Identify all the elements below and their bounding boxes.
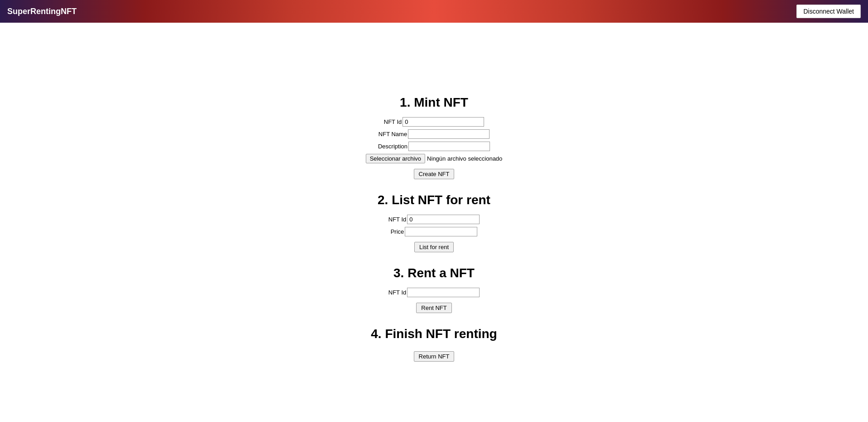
list-nft-title: 2. List NFT for rent — [378, 193, 490, 207]
mint-description-group: Description — [298, 142, 570, 151]
mint-file-group: Seleccionar archivo Ningún archivo selec… — [298, 154, 570, 163]
mint-nft-section: 1. Mint NFT NFT Id NFT Name Description … — [298, 95, 570, 179]
file-select-button[interactable]: Seleccionar archivo — [366, 154, 425, 163]
list-nft-id-input[interactable] — [407, 215, 480, 224]
list-nft-id-label: NFT Id — [388, 216, 407, 223]
mint-nft-name-input[interactable] — [408, 129, 490, 139]
rent-nft-title: 3. Rent a NFT — [393, 266, 475, 280]
list-nft-section: 2. List NFT for rent NFT Id Price List f… — [298, 193, 570, 252]
disconnect-wallet-button[interactable]: Disconnect Wallet — [796, 5, 861, 18]
mint-nft-name-group: NFT Name — [298, 129, 570, 139]
mint-description-label: Description — [378, 143, 407, 150]
list-nft-id-group: NFT Id — [298, 215, 570, 224]
rent-nft-section: 3. Rent a NFT NFT Id Rent NFT — [298, 266, 570, 313]
file-no-selected-text: Ningún archivo seleccionado — [427, 155, 502, 162]
mint-button-row: Create NFT — [298, 167, 570, 179]
main-content: 1. Mint NFT NFT Id NFT Name Description … — [0, 23, 868, 375]
list-button-row: List for rent — [298, 240, 570, 252]
list-price-label: Price — [391, 228, 404, 235]
mint-nft-title: 1. Mint NFT — [400, 95, 468, 110]
list-for-rent-button[interactable]: List for rent — [414, 242, 454, 252]
mint-nft-id-group: NFT Id — [298, 117, 570, 127]
rent-nft-id-label: NFT Id — [388, 289, 407, 296]
finish-nft-title: 4. Finish NFT renting — [371, 327, 497, 341]
mint-nft-id-input[interactable] — [402, 117, 484, 127]
return-nft-button[interactable]: Return NFT — [414, 351, 455, 362]
mint-nft-name-label: NFT Name — [378, 131, 407, 137]
app-header: SuperRentingNFT Disconnect Wallet — [0, 0, 868, 23]
rent-nft-id-group: NFT Id — [298, 288, 570, 297]
finish-button-row: Return NFT — [298, 349, 570, 362]
rent-nft-button[interactable]: Rent NFT — [416, 303, 451, 313]
mint-description-input[interactable] — [408, 142, 490, 151]
list-price-group: Price — [298, 227, 570, 236]
list-price-input[interactable] — [405, 227, 477, 236]
finish-nft-section: 4. Finish NFT renting Return NFT — [298, 327, 570, 362]
app-title: SuperRentingNFT — [7, 7, 77, 16]
rent-button-row: Rent NFT — [298, 301, 570, 313]
create-nft-button[interactable]: Create NFT — [414, 169, 455, 179]
rent-nft-id-input[interactable] — [407, 288, 480, 297]
mint-nft-id-label: NFT Id — [384, 118, 402, 125]
